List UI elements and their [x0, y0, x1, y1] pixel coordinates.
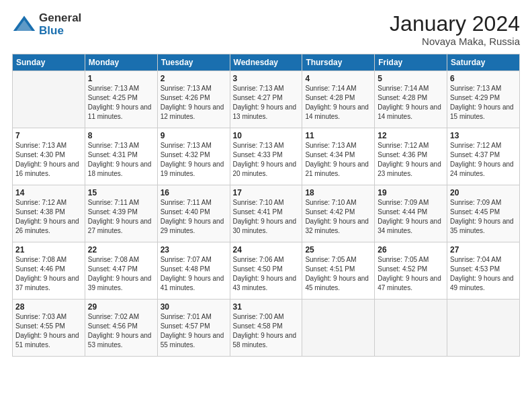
day-number: 31: [233, 302, 300, 312]
day-number: 25: [305, 245, 371, 255]
day-number: 15: [88, 188, 154, 197]
day-info: Sunrise: 7:13 AMSunset: 4:27 PMDaylight:…: [233, 84, 300, 122]
day-number: 2: [161, 74, 227, 83]
day-info: Sunrise: 7:10 AMSunset: 4:42 PMDaylight:…: [305, 198, 371, 236]
day-number: 11: [305, 131, 371, 140]
day-cell: 1Sunrise: 7:13 AMSunset: 4:25 PMDaylight…: [85, 71, 157, 128]
week-row-1: 1Sunrise: 7:13 AMSunset: 4:25 PMDaylight…: [13, 71, 520, 128]
day-info: Sunrise: 7:13 AMSunset: 4:31 PMDaylight:…: [88, 141, 154, 179]
day-number: 12: [378, 131, 444, 140]
day-info: Sunrise: 7:13 AMSunset: 4:29 PMDaylight:…: [450, 84, 517, 122]
week-row-3: 14Sunrise: 7:12 AMSunset: 4:38 PMDayligh…: [13, 185, 520, 242]
day-number: 7: [15, 131, 82, 140]
day-info: Sunrise: 7:09 AMSunset: 4:45 PMDaylight:…: [450, 198, 517, 236]
col-wednesday: Wednesday: [230, 54, 302, 71]
day-number: 16: [161, 188, 227, 197]
day-number: 5: [378, 74, 444, 83]
logo-blue: Blue: [39, 25, 81, 38]
day-info: Sunrise: 7:14 AMSunset: 4:28 PMDaylight:…: [305, 84, 371, 122]
day-cell: 27Sunrise: 7:04 AMSunset: 4:53 PMDayligh…: [447, 242, 520, 300]
day-cell: 23Sunrise: 7:07 AMSunset: 4:48 PMDayligh…: [157, 242, 230, 300]
day-cell: 14Sunrise: 7:12 AMSunset: 4:38 PMDayligh…: [13, 185, 85, 242]
day-number: 28: [15, 302, 82, 312]
day-info: Sunrise: 7:04 AMSunset: 4:53 PMDaylight:…: [450, 255, 517, 293]
day-cell: 8Sunrise: 7:13 AMSunset: 4:31 PMDaylight…: [85, 128, 157, 185]
week-row-2: 7Sunrise: 7:13 AMSunset: 4:30 PMDaylight…: [13, 128, 520, 185]
day-info: Sunrise: 7:14 AMSunset: 4:28 PMDaylight:…: [378, 84, 444, 122]
day-cell: 6Sunrise: 7:13 AMSunset: 4:29 PMDaylight…: [447, 71, 520, 128]
day-number: 27: [450, 245, 517, 255]
day-number: 4: [305, 74, 371, 83]
day-info: Sunrise: 7:03 AMSunset: 4:55 PMDaylight:…: [15, 312, 82, 350]
day-cell: [13, 71, 85, 128]
day-cell: 20Sunrise: 7:09 AMSunset: 4:45 PMDayligh…: [447, 185, 520, 242]
calendar-table: Sunday Monday Tuesday Wednesday Thursday…: [12, 54, 520, 357]
day-number: 10: [233, 131, 300, 140]
header: General Blue January 2024 Novaya Maka, R…: [12, 12, 520, 47]
day-info: Sunrise: 7:05 AMSunset: 4:52 PMDaylight:…: [378, 255, 444, 293]
day-info: Sunrise: 7:02 AMSunset: 4:56 PMDaylight:…: [88, 312, 154, 350]
day-info: Sunrise: 7:07 AMSunset: 4:48 PMDaylight:…: [161, 255, 227, 293]
day-info: Sunrise: 7:10 AMSunset: 4:41 PMDaylight:…: [233, 198, 300, 236]
day-number: 8: [88, 131, 154, 140]
day-info: Sunrise: 7:12 AMSunset: 4:37 PMDaylight:…: [450, 141, 517, 179]
day-cell: 7Sunrise: 7:13 AMSunset: 4:30 PMDaylight…: [13, 128, 85, 185]
day-cell: 13Sunrise: 7:12 AMSunset: 4:37 PMDayligh…: [447, 128, 520, 185]
day-cell: [447, 300, 520, 357]
day-info: Sunrise: 7:13 AMSunset: 4:33 PMDaylight:…: [233, 141, 300, 179]
day-cell: 17Sunrise: 7:10 AMSunset: 4:41 PMDayligh…: [230, 185, 302, 242]
day-info: Sunrise: 7:13 AMSunset: 4:32 PMDaylight:…: [161, 141, 227, 179]
day-number: 23: [161, 245, 227, 255]
day-cell: 16Sunrise: 7:11 AMSunset: 4:40 PMDayligh…: [157, 185, 230, 242]
day-info: Sunrise: 7:13 AMSunset: 4:34 PMDaylight:…: [305, 141, 371, 179]
col-monday: Monday: [85, 54, 157, 71]
logo-text: General Blue: [39, 12, 81, 37]
day-cell: 30Sunrise: 7:01 AMSunset: 4:57 PMDayligh…: [157, 300, 230, 357]
day-cell: 28Sunrise: 7:03 AMSunset: 4:55 PMDayligh…: [13, 300, 85, 357]
day-cell: 5Sunrise: 7:14 AMSunset: 4:28 PMDaylight…: [375, 71, 447, 128]
day-cell: 10Sunrise: 7:13 AMSunset: 4:33 PMDayligh…: [230, 128, 302, 185]
day-cell: 4Sunrise: 7:14 AMSunset: 4:28 PMDaylight…: [302, 71, 375, 128]
day-info: Sunrise: 7:13 AMSunset: 4:26 PMDaylight:…: [161, 84, 227, 122]
day-cell: 19Sunrise: 7:09 AMSunset: 4:44 PMDayligh…: [375, 185, 447, 242]
day-info: Sunrise: 7:09 AMSunset: 4:44 PMDaylight:…: [378, 198, 444, 236]
day-number: 26: [378, 245, 444, 255]
day-info: Sunrise: 7:13 AMSunset: 4:25 PMDaylight:…: [88, 84, 154, 122]
day-cell: [375, 300, 447, 357]
day-number: 3: [233, 74, 300, 83]
week-row-5: 28Sunrise: 7:03 AMSunset: 4:55 PMDayligh…: [13, 300, 520, 357]
day-info: Sunrise: 7:08 AMSunset: 4:47 PMDaylight:…: [88, 255, 154, 293]
day-cell: 24Sunrise: 7:06 AMSunset: 4:50 PMDayligh…: [230, 242, 302, 300]
day-number: 21: [15, 245, 82, 255]
header-row: Sunday Monday Tuesday Wednesday Thursday…: [13, 54, 520, 71]
title-block: January 2024 Novaya Maka, Russia: [390, 12, 520, 47]
day-number: 13: [450, 131, 517, 140]
col-friday: Friday: [375, 54, 447, 71]
day-info: Sunrise: 7:12 AMSunset: 4:38 PMDaylight:…: [15, 198, 82, 236]
day-cell: 3Sunrise: 7:13 AMSunset: 4:27 PMDaylight…: [230, 71, 302, 128]
day-cell: 26Sunrise: 7:05 AMSunset: 4:52 PMDayligh…: [375, 242, 447, 300]
day-cell: 29Sunrise: 7:02 AMSunset: 4:56 PMDayligh…: [85, 300, 157, 357]
col-thursday: Thursday: [302, 54, 375, 71]
day-cell: 15Sunrise: 7:11 AMSunset: 4:39 PMDayligh…: [85, 185, 157, 242]
day-cell: 22Sunrise: 7:08 AMSunset: 4:47 PMDayligh…: [85, 242, 157, 300]
day-number: 29: [88, 302, 154, 312]
day-number: 20: [450, 188, 517, 197]
day-cell: 21Sunrise: 7:08 AMSunset: 4:46 PMDayligh…: [13, 242, 85, 300]
day-info: Sunrise: 7:08 AMSunset: 4:46 PMDaylight:…: [15, 255, 82, 293]
day-number: 6: [450, 74, 517, 83]
day-number: 30: [161, 302, 227, 312]
month-title: January 2024: [390, 12, 520, 36]
day-cell: [302, 300, 375, 357]
page: General Blue January 2024 Novaya Maka, R…: [0, 0, 532, 411]
day-info: Sunrise: 7:12 AMSunset: 4:36 PMDaylight:…: [378, 141, 444, 179]
day-info: Sunrise: 7:13 AMSunset: 4:30 PMDaylight:…: [15, 141, 82, 179]
day-number: 17: [233, 188, 300, 197]
day-cell: 31Sunrise: 7:00 AMSunset: 4:58 PMDayligh…: [230, 300, 302, 357]
day-cell: 18Sunrise: 7:10 AMSunset: 4:42 PMDayligh…: [302, 185, 375, 242]
col-sunday: Sunday: [13, 54, 85, 71]
day-cell: 9Sunrise: 7:13 AMSunset: 4:32 PMDaylight…: [157, 128, 230, 185]
day-info: Sunrise: 7:05 AMSunset: 4:51 PMDaylight:…: [305, 255, 371, 293]
col-tuesday: Tuesday: [157, 54, 230, 71]
day-cell: 2Sunrise: 7:13 AMSunset: 4:26 PMDaylight…: [157, 71, 230, 128]
